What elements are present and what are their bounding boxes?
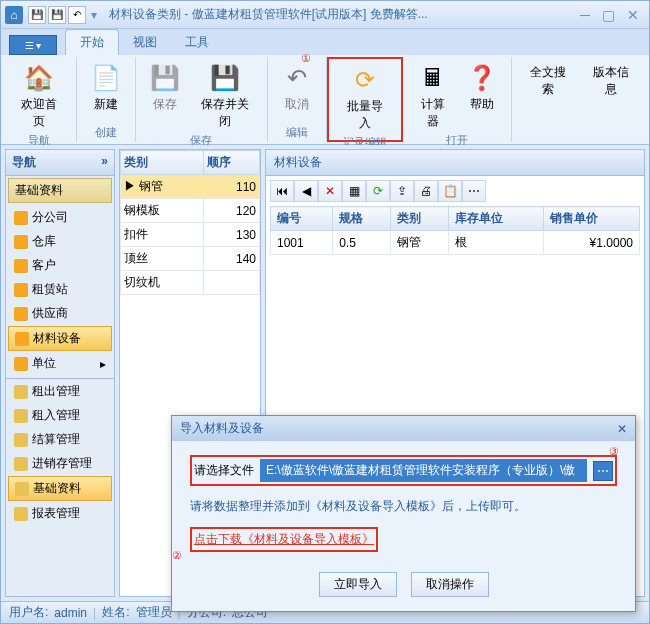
sidebar-folder[interactable]: 结算管理	[8, 428, 112, 451]
sidebar-item[interactable]: 单位 ▸	[8, 352, 112, 375]
fulltext-button[interactable]: 全文搜索	[518, 59, 579, 101]
folder-icon	[14, 385, 28, 399]
nav-header: 导航»	[6, 150, 114, 176]
tab-view[interactable]: 视图	[119, 30, 171, 55]
col-order[interactable]: 顺序	[204, 151, 260, 175]
delete-icon[interactable]: ✕	[318, 180, 342, 202]
qat-save-icon[interactable]: 💾	[28, 6, 46, 24]
folder-icon	[14, 433, 28, 447]
nav-panel: 导航» 基础资料 分公司仓库客户租赁站供应商材料设备单位 ▸ 租出管理租入管理结…	[5, 149, 115, 597]
nav-group-basic[interactable]: 基础资料	[8, 178, 112, 203]
data-grid[interactable]: 编号规格类别库存单位销售单价 10010.5钢管根¥1.0000	[270, 206, 640, 255]
copy-icon[interactable]: 📋	[438, 180, 462, 202]
more-icon[interactable]: ⋯	[462, 180, 486, 202]
download-template-link[interactable]: 点击下载《材料及设备导入模板》	[194, 531, 374, 548]
dialog-close-icon[interactable]: ✕	[617, 422, 627, 436]
sidebar-item-label: 材料设备	[33, 330, 81, 347]
qat-saveclose-icon[interactable]: 💾	[48, 6, 66, 24]
home-icon: 🏠	[23, 62, 55, 94]
item-icon	[14, 211, 28, 225]
version-button[interactable]: 版本信息	[580, 59, 641, 101]
group-empty-title	[518, 128, 641, 140]
grid-icon[interactable]: ▦	[342, 180, 366, 202]
browse-button[interactable]: ⋯	[593, 461, 613, 481]
sidebar-item-label: 客户	[32, 257, 56, 274]
item-icon	[14, 307, 28, 321]
cancel-button[interactable]: ↶取消	[274, 59, 320, 116]
grid-col[interactable]: 类别	[391, 207, 449, 231]
grid-col[interactable]: 销售单价	[544, 207, 640, 231]
print-icon[interactable]: 🖨	[414, 180, 438, 202]
titlebar: ⌂ 💾 💾 ↶ ▾ 材料设备类别 - 傲蓝建材租赁管理软件[试用版本] 免费解答…	[1, 1, 649, 29]
sidebar-item[interactable]: 租赁站	[8, 278, 112, 301]
sidebar-item-label: 分公司	[32, 209, 68, 226]
sidebar-item[interactable]: 供应商	[8, 302, 112, 325]
table-row[interactable]: 切纹机	[121, 271, 260, 295]
grid-col[interactable]: 编号	[271, 207, 333, 231]
table-row[interactable]: ▶ 钢管110	[121, 175, 260, 199]
save-icon: 💾	[149, 62, 181, 94]
table-row[interactable]: 钢模板120	[121, 199, 260, 223]
file-path-input[interactable]: E:\傲蓝软件\傲蓝建材租赁管理软件安装程序（专业版）\傲	[260, 459, 587, 482]
grid-toolbar: ⏮ ◀ ✕ ▦ ⟳ ⇪ 🖨 📋 ⋯	[270, 180, 640, 202]
sidebar-item[interactable]: 材料设备	[8, 326, 112, 351]
save-button[interactable]: 💾保存	[142, 59, 188, 133]
sidebar-folder[interactable]: 报表管理	[8, 502, 112, 525]
col-category[interactable]: 类别	[121, 151, 204, 175]
table-row[interactable]: 顶丝140	[121, 247, 260, 271]
annotation-3: ③	[609, 445, 619, 458]
calculator-button[interactable]: 🖩计算器	[409, 59, 457, 133]
chevron-icon[interactable]: »	[101, 154, 108, 171]
dialog-hint: 请将数据整理并添加到《材料及设备导入模板》后，上传即可。	[190, 498, 526, 515]
cancel-import-button[interactable]: 取消操作	[411, 572, 489, 597]
sidebar-item-label: 仓库	[32, 233, 56, 250]
item-icon	[14, 259, 28, 273]
sidebar-item[interactable]: 分公司	[8, 206, 112, 229]
sidebar-folder-label: 租入管理	[32, 407, 80, 424]
sidebar-item[interactable]: 仓库	[8, 230, 112, 253]
welcome-button[interactable]: 🏠欢迎首页	[9, 59, 70, 133]
tab-tool[interactable]: 工具	[171, 30, 223, 55]
grid-col[interactable]: 规格	[333, 207, 391, 231]
sidebar-folder[interactable]: 租出管理	[8, 380, 112, 403]
menu-combo[interactable]: ☰ ▾	[9, 35, 57, 55]
item-icon	[14, 283, 28, 297]
help-button[interactable]: ❓帮助	[459, 59, 505, 133]
close-button[interactable]: ✕	[627, 7, 639, 23]
table-row[interactable]: 10010.5钢管根¥1.0000	[271, 231, 640, 255]
folder-icon	[14, 507, 28, 521]
qat-dropdown-icon[interactable]: ▾	[91, 8, 97, 22]
item-icon	[14, 235, 28, 249]
sidebar-folder[interactable]: 基础资料	[8, 476, 112, 501]
save-close-button[interactable]: 💾保存并关闭	[190, 59, 261, 133]
import-icon: ⟳	[349, 64, 381, 96]
tab-start[interactable]: 开始	[65, 29, 119, 55]
sidebar-item[interactable]: 客户	[8, 254, 112, 277]
first-icon[interactable]: ⏮	[270, 180, 294, 202]
folder-icon	[15, 482, 29, 496]
export-icon[interactable]: ⇪	[390, 180, 414, 202]
status-name: 管理员	[136, 604, 172, 621]
sidebar-item-label: 单位	[32, 355, 56, 372]
group-edit-title: 编辑	[274, 125, 320, 140]
prev-icon[interactable]: ◀	[294, 180, 318, 202]
minimize-button[interactable]: ─	[580, 7, 590, 23]
category-table[interactable]: 类别顺序 ▶ 钢管110钢模板120扣件130顶丝140切纹机	[120, 150, 260, 295]
dialog-titlebar[interactable]: 导入材料及设备 ✕	[172, 416, 635, 441]
table-row[interactable]: 扣件130	[121, 223, 260, 247]
folder-icon	[14, 457, 28, 471]
status-name-label: 姓名:	[102, 604, 129, 621]
grid-col[interactable]: 库存单位	[449, 207, 544, 231]
import-dialog: 导入材料及设备 ✕ ③ 请选择文件 E:\傲蓝软件\傲蓝建材租赁管理软件安装程序…	[171, 415, 636, 612]
main-header: 材料设备	[265, 149, 645, 176]
folder-icon	[14, 409, 28, 423]
sidebar-folder[interactable]: 租入管理	[8, 404, 112, 427]
new-button[interactable]: 📄新建	[83, 59, 129, 116]
sidebar-folder[interactable]: 进销存管理	[8, 452, 112, 475]
sidebar-item-label: 租赁站	[32, 281, 68, 298]
qat-undo-icon[interactable]: ↶	[68, 6, 86, 24]
refresh-icon[interactable]: ⟳	[366, 180, 390, 202]
import-now-button[interactable]: 立即导入	[319, 572, 397, 597]
maximize-button[interactable]: ▢	[602, 7, 615, 23]
batch-import-button[interactable]: ⟳批量导入	[335, 61, 396, 135]
